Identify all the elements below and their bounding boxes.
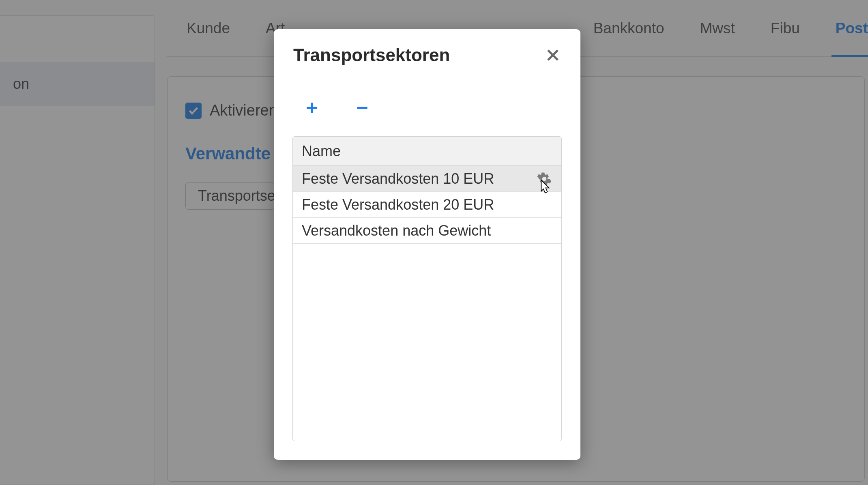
list-row[interactable]: Versandkosten nach Gewicht	[293, 218, 561, 244]
close-icon	[546, 48, 560, 62]
row-name: Feste Versandkosten 10 EUR	[302, 170, 494, 187]
modal-toolbar	[274, 81, 580, 127]
row-settings-button[interactable]	[536, 171, 552, 187]
row-name: Feste Versandkosten 20 EUR	[302, 196, 494, 213]
add-button[interactable]	[301, 97, 322, 118]
column-name-label: Name	[302, 143, 341, 160]
list-column-header[interactable]: Name	[293, 137, 561, 166]
modal-header: Transportsektoren	[274, 29, 580, 81]
transport-list: Name Feste Versandkosten 10 EUR Feste Ve…	[292, 136, 562, 441]
modal-title: Transportsektoren	[293, 45, 450, 65]
transport-modal: Transportsektoren Name Feste Versandkost…	[274, 29, 580, 460]
list-row[interactable]: Feste Versandkosten 20 EUR	[293, 192, 561, 218]
row-name: Versandkosten nach Gewicht	[302, 222, 491, 239]
plus-icon	[305, 101, 319, 115]
gear-icon	[537, 172, 552, 186]
modal-close-button[interactable]	[542, 45, 563, 66]
minus-icon	[355, 101, 369, 115]
remove-button[interactable]	[352, 97, 373, 118]
list-row[interactable]: Feste Versandkosten 10 EUR	[293, 166, 561, 192]
